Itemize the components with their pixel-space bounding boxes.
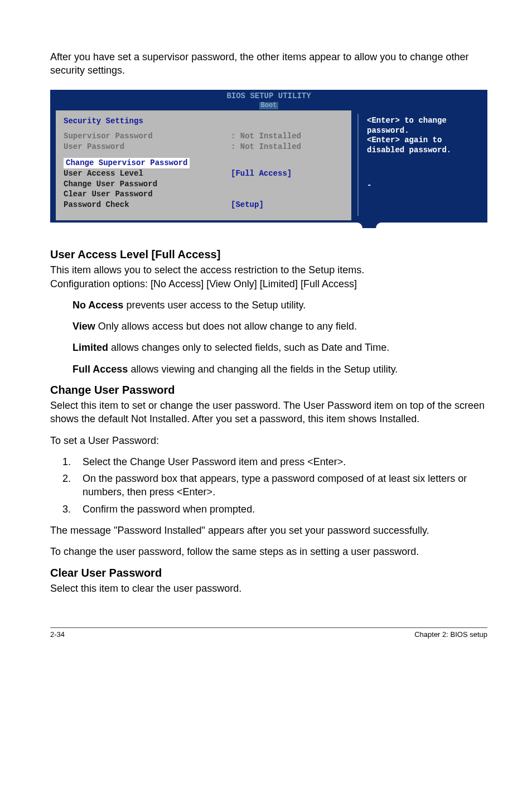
panel-heading: Security Settings (64, 116, 344, 127)
clp-p1: Select this item to clear the user passw… (50, 582, 487, 595)
text: allows viewing and changing all the fiel… (128, 364, 398, 375)
page-number: 2-34 (50, 630, 65, 639)
label: Change User Password (64, 179, 231, 190)
row-user-access-level[interactable]: User Access Level [Full Access] (64, 168, 344, 179)
bios-tab-boot: Boot (259, 102, 279, 109)
divider (357, 114, 359, 216)
help-dash: - (367, 181, 480, 191)
bios-screenshot: BIOS SETUP UTILITY Boot Security Setting… (50, 90, 487, 229)
text: prevents user access to the Setup utilit… (123, 299, 306, 311)
footer-divider (50, 627, 487, 628)
intro-paragraph: After you have set a supervisor password… (50, 50, 487, 78)
cup-p4: To change the user password, follow the … (50, 545, 487, 558)
step-1: Select the Change User Password item and… (74, 455, 487, 468)
chapter-label: Chapter 2: BIOS setup (414, 630, 487, 639)
label: User Password (64, 142, 231, 152)
label: View (72, 321, 95, 332)
value: [Setup] (231, 200, 264, 210)
row-change-user-password[interactable]: Change User Password (64, 179, 344, 190)
ual-p1: This item allows you to select the acces… (50, 263, 487, 277)
heading-clear-user-password: Clear User Password (50, 567, 487, 579)
heading-user-access-level: User Access Level [Full Access] (50, 248, 487, 261)
help-line-1: <Enter> to change password. (367, 116, 480, 136)
value: : Not Installed (231, 142, 301, 152)
label: Limited (72, 342, 108, 353)
text: allows changes only to selected fields, … (108, 342, 389, 353)
ual-p2: Configuration options: [No Access] [View… (50, 277, 487, 291)
label: Full Access (72, 364, 128, 375)
label: User Access Level (64, 168, 231, 179)
value: : Not Installed (231, 131, 301, 142)
cup-steps: Select the Change User Password item and… (50, 455, 487, 516)
step-3: Confirm the password when prompted. (74, 503, 487, 516)
cup-p3: The message "Password Installed" appears… (50, 524, 487, 537)
label: Supervisor Password (64, 131, 231, 142)
bios-title: BIOS SETUP UTILITY (50, 92, 487, 100)
text: Only allows access but does not allow ch… (95, 321, 357, 332)
step-2: On the password box that appears, type a… (74, 472, 487, 499)
label: No Access (72, 299, 123, 311)
help-line-2: <Enter> again to disabled password. (367, 136, 480, 155)
row-password-check[interactable]: Password Check [Setup] (64, 200, 344, 210)
heading-change-user-password: Change User Password (50, 384, 487, 397)
ual-no-access: No Access prevents user access to the Se… (50, 298, 487, 312)
row-change-supervisor-password[interactable]: Change Supervisor Password (64, 158, 190, 168)
row-user-password: User Password : Not Installed (64, 142, 344, 152)
page-footer: 2-34 Chapter 2: BIOS setup (50, 630, 487, 639)
cup-p2: To set a User Password: (50, 434, 487, 447)
row-clear-user-password[interactable]: Clear User Password (64, 189, 344, 200)
bios-security-panel: Security Settings Supervisor Password : … (56, 110, 351, 220)
ual-view: View Only allows access but does not all… (50, 320, 487, 333)
ual-limited: Limited allows changes only to selected … (50, 341, 487, 354)
label: Clear User Password (64, 189, 231, 200)
value: [Full Access] (231, 168, 292, 179)
label: Password Check (64, 200, 231, 210)
row-supervisor-password: Supervisor Password : Not Installed (64, 131, 344, 142)
bios-help-text: <Enter> to change password. <Enter> agai… (367, 116, 480, 191)
ual-full-access: Full Access allows viewing and changing … (50, 363, 487, 376)
cup-p1: Select this item to set or change the us… (50, 399, 487, 426)
